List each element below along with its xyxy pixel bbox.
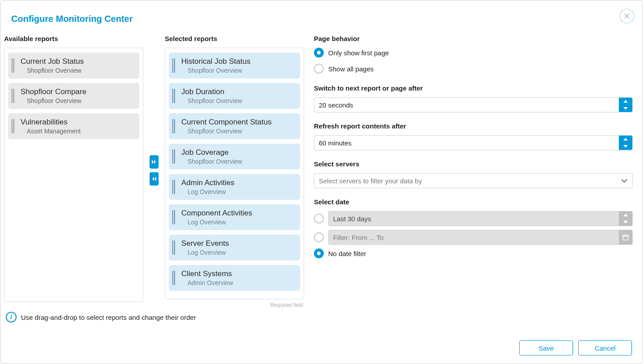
report-card[interactable]: Historical Job StatusShopfloor Overview — [169, 53, 300, 79]
radio-selected-icon — [314, 248, 324, 258]
radio-only-first-page[interactable]: Only show first page — [314, 48, 633, 58]
close-icon — [624, 13, 630, 19]
radio-selected-icon — [314, 48, 324, 58]
report-category: Asset Management — [21, 128, 81, 135]
radio-show-all-pages[interactable]: Show all pages — [314, 64, 633, 74]
selected-reports-list[interactable]: Historical Job StatusShopfloor OverviewJ… — [165, 48, 304, 299]
drag-handle-icon[interactable] — [172, 148, 175, 165]
report-category: Shopfloor Overview — [21, 97, 86, 104]
report-category: Admin Overview — [181, 279, 233, 286]
report-card[interactable]: Current Job StatusShopfloor Overview — [8, 53, 139, 79]
report-card[interactable]: Component ActivitiesLog Overview — [169, 204, 300, 230]
move-all-right-button[interactable] — [150, 155, 159, 169]
available-reports-header: Available reports — [4, 32, 143, 48]
report-title: Job Coverage — [181, 148, 242, 157]
stepper-up-button[interactable] — [619, 136, 632, 143]
report-card[interactable]: VulnerabilitiesAsset Management — [8, 113, 139, 139]
stepper-up-button[interactable] — [619, 98, 632, 105]
report-title: Job Duration — [181, 87, 242, 96]
radio-date-range[interactable]: Filter: From ... To — [314, 230, 633, 245]
drag-handle-icon[interactable] — [172, 209, 175, 226]
report-card[interactable]: Server EventsLog Overview — [169, 235, 300, 261]
available-reports-list[interactable]: Current Job StatusShopfloor OverviewShop… — [4, 48, 143, 302]
report-card[interactable]: Current Component StatusShopfloor Overvi… — [169, 113, 300, 139]
report-title: Vulnerabilities — [21, 118, 81, 127]
refresh-stepper[interactable]: 60 minutes — [314, 135, 633, 150]
chevrons-left-icon — [151, 176, 157, 182]
stepper-down-button — [619, 219, 632, 226]
drag-handle-icon[interactable] — [12, 118, 14, 135]
calendar-button — [619, 230, 632, 244]
select-date-label: Select date — [314, 198, 633, 206]
chevron-down-icon — [623, 145, 628, 148]
report-card[interactable]: Shopfloor CompareShopfloor Overview — [8, 83, 139, 109]
report-card[interactable]: Admin ActivitiesLog Overview — [169, 174, 300, 200]
save-button[interactable]: Save — [519, 340, 573, 356]
drag-handle-icon[interactable] — [172, 269, 175, 286]
stepper-down-button[interactable] — [619, 143, 632, 150]
select-servers-label: Select servers — [314, 160, 633, 168]
report-title: Current Component Status — [181, 118, 271, 127]
chevron-down-icon — [621, 178, 628, 183]
report-title: Component Activities — [181, 209, 252, 218]
required-field-label: Required field — [165, 299, 304, 308]
drag-handle-icon[interactable] — [172, 87, 175, 104]
drag-handle-icon[interactable] — [172, 178, 175, 195]
page-behavior-header: Page behavior — [314, 32, 633, 48]
stepper-down-button[interactable] — [619, 105, 632, 112]
drag-handle-icon[interactable] — [172, 118, 175, 135]
chevron-down-icon — [623, 221, 628, 223]
drag-handle-icon[interactable] — [172, 239, 175, 256]
move-all-left-button[interactable] — [150, 172, 159, 186]
report-card[interactable]: Job CoverageShopfloor Overview — [169, 144, 300, 170]
report-title: Shopfloor Compare — [21, 87, 86, 96]
report-category: Shopfloor Overview — [21, 67, 84, 74]
chevron-up-icon — [623, 100, 628, 103]
report-title: Historical Job Status — [181, 57, 251, 66]
hint-text: Use drag-and-drop to select reports and … — [21, 314, 196, 321]
date-range-input: Filter: From ... To — [328, 230, 633, 245]
info-icon: i — [6, 312, 17, 323]
report-title: Client Systems — [181, 269, 233, 278]
svg-rect-2 — [623, 235, 628, 240]
drag-handle-icon[interactable] — [12, 87, 14, 104]
radio-date-preset[interactable]: Last 30 days — [314, 211, 633, 226]
report-category: Log Overview — [181, 188, 234, 195]
select-servers-dropdown[interactable]: Select servers to filter your data by — [314, 173, 633, 188]
calendar-icon — [622, 234, 629, 241]
report-category: Shopfloor Overview — [181, 128, 271, 135]
radio-no-date-filter[interactable]: No date filter — [314, 248, 633, 258]
report-title: Admin Activities — [181, 178, 234, 187]
cancel-button[interactable]: Cancel — [578, 340, 632, 356]
chevrons-right-icon — [151, 159, 157, 165]
switch-next-label: Switch to next report or page after — [314, 84, 633, 92]
report-category: Shopfloor Overview — [181, 97, 242, 104]
switch-next-stepper[interactable]: 20 seconds — [314, 97, 633, 112]
report-title: Server Events — [181, 239, 229, 248]
drag-handle-icon[interactable] — [172, 57, 175, 74]
stepper-up-button — [619, 211, 632, 219]
radio-unselected-icon — [314, 64, 324, 74]
radio-unselected-icon — [314, 232, 324, 242]
report-title: Current Job Status — [21, 57, 84, 66]
drag-handle-icon[interactable] — [12, 57, 14, 74]
chevron-down-icon — [623, 107, 628, 110]
chevron-up-icon — [623, 214, 628, 216]
report-category: Shopfloor Overview — [181, 67, 251, 74]
report-category: Log Overview — [181, 219, 252, 226]
selected-reports-header: Selected reports — [165, 32, 304, 48]
report-card[interactable]: Job DurationShopfloor Overview — [169, 83, 300, 109]
report-category: Shopfloor Overview — [181, 158, 242, 165]
dialog-title: Configure Monitoring Center — [11, 14, 133, 24]
refresh-label: Refresh report contents after — [314, 122, 633, 130]
report-category: Log Overview — [181, 249, 229, 256]
radio-unselected-icon — [314, 214, 324, 223]
close-button[interactable] — [619, 8, 635, 24]
configure-monitoring-dialog: Configure Monitoring Center Available re… — [0, 0, 643, 364]
report-card[interactable]: Client SystemsAdmin Overview — [169, 265, 300, 291]
chevron-up-icon — [623, 138, 628, 141]
